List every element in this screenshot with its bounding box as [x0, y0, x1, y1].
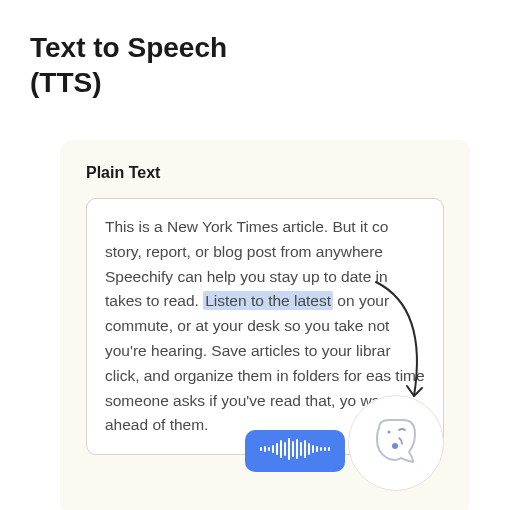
audio-waveform-button[interactable]: [245, 430, 345, 472]
svg-rect-5: [280, 440, 282, 458]
card-label: Plain Text: [86, 164, 444, 182]
svg-rect-14: [316, 446, 318, 452]
svg-rect-8: [292, 441, 294, 457]
svg-rect-7: [288, 438, 290, 460]
title-line1: Text to Speech: [30, 32, 227, 63]
page-title: Text to Speech (TTS): [0, 0, 510, 100]
svg-rect-6: [284, 442, 286, 456]
svg-rect-1: [264, 446, 266, 452]
svg-rect-4: [276, 443, 278, 455]
svg-rect-9: [296, 439, 298, 459]
svg-rect-12: [308, 443, 310, 455]
svg-rect-2: [268, 447, 270, 451]
svg-point-19: [392, 443, 398, 449]
svg-rect-11: [304, 440, 306, 458]
audio-waveform-icon: [260, 438, 330, 464]
voice-avatar[interactable]: [348, 395, 444, 491]
highlighted-phrase: Listen to the latest: [203, 291, 333, 310]
svg-rect-15: [320, 447, 322, 451]
svg-rect-17: [328, 447, 330, 451]
svg-rect-3: [272, 445, 274, 453]
svg-point-18: [387, 430, 390, 433]
svg-rect-13: [312, 445, 314, 453]
svg-rect-10: [300, 442, 302, 456]
speaking-face-icon: [369, 414, 423, 472]
svg-rect-0: [260, 447, 262, 451]
title-line2: (TTS): [30, 67, 102, 98]
svg-rect-16: [324, 447, 326, 451]
